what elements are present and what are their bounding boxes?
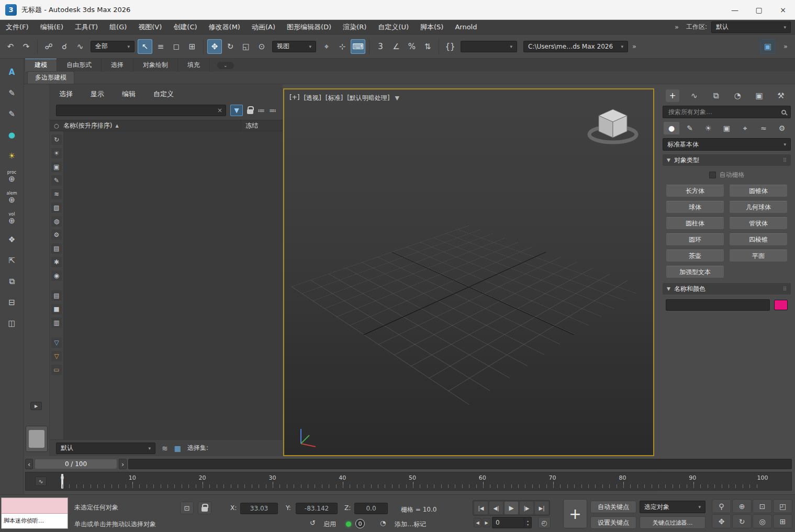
select-by-name-icon[interactable]: ≡ [153,39,168,54]
project-folder-dropdown[interactable]: C:\Users\me…ds Max 2026 ▾ [523,41,628,52]
layout-flyout-button[interactable]: ▶ [30,402,42,410]
menu-item[interactable]: 文件(F) [0,22,35,32]
primitive-button[interactable]: 几何球体 [729,201,788,213]
primitive-button[interactable]: 茶壶 [666,250,724,262]
left-toolbar-icon[interactable]: vol ⊕ [3,209,21,228]
close-button[interactable]: × [771,0,795,19]
snaps-toggle-icon[interactable]: 3 [373,39,388,54]
select-and-rotate-icon[interactable]: ↻ [223,39,238,54]
menu-item[interactable]: 脚本(S) [415,22,449,32]
minimize-button[interactable]: — [723,0,747,19]
isolate-selection-icon[interactable]: ⊡ [180,502,194,514]
panel-search-field[interactable] [663,106,791,118]
viewport-nav-icon[interactable]: ⊡ [753,499,772,513]
explorer-footer-grid-icon[interactable]: ▦ [174,444,181,452]
viewport-label[interactable]: [+] [289,94,299,103]
select-object-icon[interactable]: ↖ [138,39,152,54]
menu-item[interactable]: 创建(C) [167,22,203,32]
explorer-hierarchy-view-icon[interactable]: ≔ [257,106,265,115]
primitive-button[interactable]: 圆柱体 [666,217,724,230]
primitive-button[interactable]: 平面 [729,250,788,262]
select-and-manipulate-icon[interactable]: ⊹ [335,39,350,54]
explorer-flat-view-icon[interactable]: ≕ [269,106,276,115]
reference-coordinate-dropdown[interactable]: 视图 ▾ [272,41,316,52]
explorer-display-filter-icon[interactable]: ✎ [51,175,62,186]
explorer-display-filter-icon[interactable]: ▽ [51,337,62,348]
left-toolbar-icon[interactable]: proc ⊕ [3,167,21,186]
left-toolbar-icon[interactable]: ⊟ [3,293,21,312]
toggle-column-header-icon[interactable]: ○ [50,122,63,129]
select-and-scale-icon[interactable]: ◱ [239,39,253,54]
menubar-overflow-icon[interactable]: » [671,23,682,31]
explorer-display-filter-icon[interactable]: ▤ [51,290,62,301]
ribbon-subtab-polygon-modeling[interactable]: 多边形建模 [27,71,74,84]
maxscript-mini-listener[interactable]: 脚本迷你侦听… [1,497,68,529]
window-crossing-icon[interactable]: ⊞ [185,39,199,54]
viewport-label[interactable]: [标准] [326,94,343,103]
menu-item[interactable]: 修改器(M) [203,22,246,32]
z-coordinate-field[interactable] [354,503,388,514]
viewport-canvas[interactable]: [+][透视][标准][默认明暗处理] ▼ [284,89,653,455]
playback-button[interactable]: |◀ [474,502,488,514]
view-cube[interactable] [584,103,642,153]
explorer-preset-dropdown[interactable]: 默认 ▾ [56,443,155,454]
menu-item[interactable]: 工具(T) [69,22,104,32]
explorer-display-filter-icon[interactable]: ■ [51,304,62,314]
set-key-button[interactable]: 设置关键点 [590,516,636,529]
ribbon-tab[interactable]: 建模 [25,59,57,72]
current-frame-field[interactable]: ▴ ▾ [492,517,532,528]
primitive-button[interactable]: 四棱锥 [729,233,788,246]
next-frame-small-button[interactable]: ▶ [483,518,490,527]
ribbon-collapse-icon[interactable]: ⌄ [217,62,234,69]
playback-button[interactable]: ▶ [505,502,518,514]
percent-snap-icon[interactable]: % [405,39,419,54]
explorer-display-filter-icon[interactable]: ✱ [51,257,62,267]
object-name-input[interactable] [666,299,770,311]
left-toolbar-icon[interactable]: ◫ [3,314,21,333]
subcategory-dropdown[interactable]: 标准基本体 ▾ [663,138,791,151]
command-panel-tab-icon[interactable]: ∿ [687,89,701,102]
enabled-count-badge[interactable]: 0 [355,519,365,528]
viewport-nav-icon[interactable]: ⚲ [712,499,731,513]
selection-lock-icon[interactable] [198,502,211,514]
layout-thumbnail[interactable] [26,426,48,452]
set-key-big-button[interactable]: + [563,499,587,528]
left-toolbar-icon[interactable]: ✎ [3,84,21,103]
menu-item[interactable]: Arnold [449,23,483,31]
playback-button[interactable]: ▶| [535,502,548,514]
explorer-filter-icon[interactable]: ▼ [230,105,243,116]
select-and-place-icon[interactable]: ⊙ [254,39,269,54]
explorer-lock-icon[interactable] [247,109,253,114]
toolbar-overflow-icon[interactable]: » [780,42,791,50]
toolbar-overflow-icon[interactable]: » [629,42,640,50]
explorer-footer-layers-icon[interactable]: ≋ [162,444,168,452]
menu-item[interactable]: 自定义(U) [372,22,415,32]
explorer-display-filter-icon[interactable]: ☀ [51,148,62,159]
playback-cache-icon[interactable]: ↺ [310,519,316,527]
redo-icon[interactable]: ↷ [19,39,33,54]
create-category-icon[interactable]: ☀ [700,122,716,134]
explorer-object-list[interactable] [64,131,283,439]
menu-item[interactable]: 动画(A) [246,22,281,32]
explorer-display-filter-icon[interactable]: ◍ [51,216,62,227]
frame-scale[interactable]: 0102030405060708090100 [62,472,763,490]
maximize-button[interactable]: ▢ [747,0,771,19]
create-category-icon[interactable]: ▣ [719,122,734,134]
playback-button[interactable]: |▶ [520,502,533,514]
y-coordinate-field[interactable] [296,503,338,514]
key-filters-button[interactable]: 关键点过滤器… [640,516,706,529]
explorer-display-filter-icon[interactable]: ≋ [51,189,62,199]
mini-curve-editor-button[interactable]: ∿ [35,477,47,486]
ribbon-tab[interactable]: 选择 [102,59,133,72]
angle-snap-icon[interactable]: ∠ [389,39,404,54]
key-selection-dropdown[interactable]: 选定对象 ▾ [640,501,706,513]
rollout-name-and-color[interactable]: ▼ 名称和颜色 ⠿ [663,283,791,295]
ribbon-tab[interactable]: 对象绘制 [133,59,178,72]
create-category-icon[interactable]: ✎ [682,122,698,134]
spinner-down-icon[interactable]: ▾ [524,523,531,526]
ribbon-tab[interactable]: 自由形式 [57,59,102,72]
left-toolbar-icon[interactable]: A [3,63,21,82]
previous-frame-small-button[interactable]: ◀ [474,518,482,527]
explorer-display-filter-icon[interactable]: ▭ [51,365,62,375]
viewport-nav-icon[interactable]: ↻ [732,514,752,528]
